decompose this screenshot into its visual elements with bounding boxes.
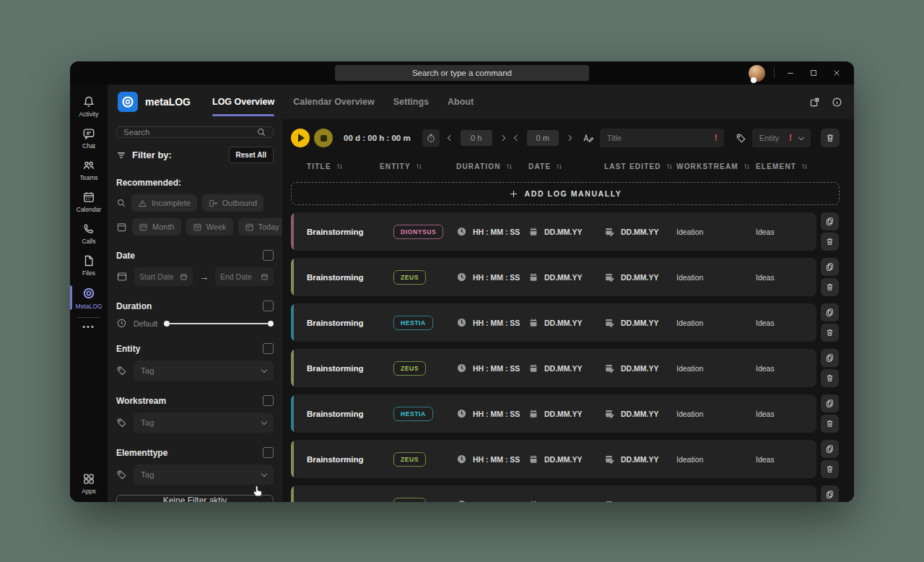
column-header-entity[interactable]: ENTITY bbox=[380, 163, 456, 170]
sort-icon[interactable] bbox=[415, 163, 423, 170]
slider-knob-min[interactable] bbox=[164, 321, 170, 327]
sort-icon[interactable] bbox=[743, 163, 751, 170]
end-date-input[interactable] bbox=[220, 272, 257, 281]
log-row-card[interactable]: Brainstorming HESTIA HH : MM : SS DD.MM.… bbox=[291, 394, 816, 433]
delete-row-button[interactable] bbox=[821, 233, 839, 251]
slider-knob-max[interactable] bbox=[268, 321, 274, 327]
calendar-mini-icon[interactable] bbox=[261, 273, 269, 281]
reset-all-button[interactable]: Reset All bbox=[229, 147, 274, 163]
log-row-card[interactable]: Brainstorming ZEUS HH : MM : SS DD.MM.YY… bbox=[291, 440, 816, 478]
popout-icon[interactable] bbox=[809, 97, 820, 108]
log-row[interactable]: Brainstorming HESTIA HH : MM : SS DD.MM.… bbox=[291, 394, 840, 433]
calendar-mini-icon[interactable] bbox=[180, 273, 188, 281]
command-search-box[interactable]: Search or type a command bbox=[335, 65, 589, 81]
tab-log-overview[interactable]: LOG Overview bbox=[212, 85, 274, 119]
elementtype-filter-checkbox[interactable] bbox=[263, 447, 274, 458]
copy-row-button[interactable] bbox=[821, 394, 839, 412]
chip-incomplete[interactable]: Incomplete bbox=[131, 194, 197, 212]
rail-item-chat[interactable]: Chat bbox=[70, 122, 108, 154]
maximize-button[interactable] bbox=[802, 61, 825, 85]
entity-select[interactable]: Entity ! bbox=[752, 129, 811, 147]
tab-about[interactable]: About bbox=[448, 85, 474, 119]
start-date-input[interactable] bbox=[139, 272, 176, 281]
workstream-filter-checkbox[interactable] bbox=[263, 395, 274, 406]
column-header-duration[interactable]: DURATION bbox=[456, 163, 528, 170]
delete-row-button[interactable] bbox=[821, 460, 839, 478]
column-header-last-edited[interactable]: LAST EDITED bbox=[604, 163, 676, 170]
copy-row-button[interactable] bbox=[821, 485, 839, 502]
rail-item-activity[interactable]: Activity bbox=[70, 90, 108, 122]
avatar[interactable] bbox=[749, 65, 765, 82]
copy-row-button[interactable] bbox=[821, 349, 839, 367]
play-button[interactable] bbox=[291, 129, 310, 147]
hours-increment-button[interactable] bbox=[499, 133, 506, 143]
entity-tag-dropdown[interactable]: Tag bbox=[134, 360, 274, 381]
log-row[interactable]: Brainstorming ZEUS HH : MM : SS DD.MM.YY… bbox=[291, 440, 840, 478]
hours-decrement-button[interactable] bbox=[447, 133, 454, 143]
log-row-card[interactable]: Brainstorming HESTIA HH : MM : SS DD.MM.… bbox=[291, 303, 816, 342]
copy-row-button[interactable] bbox=[821, 440, 839, 458]
log-row[interactable]: Brainstorming ZEUS HH : MM : SS DD.MM.YY… bbox=[291, 349, 840, 387]
column-header-date[interactable]: DATE bbox=[528, 163, 604, 170]
rail-item-calendar[interactable]: Calendar bbox=[70, 186, 108, 217]
sort-icon[interactable] bbox=[555, 163, 563, 170]
column-header-element[interactable]: ELEMENT bbox=[756, 163, 816, 170]
duration-range-slider[interactable] bbox=[164, 319, 274, 329]
delete-row-button[interactable] bbox=[821, 278, 839, 296]
minimize-button[interactable] bbox=[779, 61, 802, 85]
entity-filter-checkbox[interactable] bbox=[263, 343, 274, 354]
copy-row-button[interactable] bbox=[821, 303, 839, 321]
column-header-title[interactable]: TITLE bbox=[291, 163, 380, 170]
minutes-value[interactable]: 0 m bbox=[527, 130, 559, 146]
delete-row-button[interactable] bbox=[821, 324, 839, 342]
log-row-card[interactable]: Brainstorming ZEUS HH : MM : SS DD.MM.YY… bbox=[291, 349, 816, 387]
chip-month[interactable]: Month bbox=[132, 218, 181, 235]
rail-more-button[interactable]: ••• bbox=[70, 321, 108, 332]
chip-outbound[interactable]: Outbound bbox=[202, 194, 263, 212]
elementtype-tag-dropdown[interactable]: Tag bbox=[134, 464, 274, 485]
chip-week[interactable]: Week bbox=[186, 218, 233, 235]
minutes-decrement-button[interactable] bbox=[513, 133, 520, 143]
date-filter-checkbox[interactable] bbox=[263, 250, 274, 261]
column-header-workstream[interactable]: WORKSTREAM bbox=[676, 163, 756, 170]
minutes-increment-button[interactable] bbox=[565, 133, 572, 143]
workstream-tag-dropdown[interactable]: Tag bbox=[134, 412, 274, 433]
rail-item-files[interactable]: Files bbox=[70, 249, 108, 281]
copy-row-button[interactable] bbox=[821, 212, 839, 230]
no-active-filters-button[interactable]: Keine Filter aktiv bbox=[116, 495, 274, 502]
log-row-card[interactable]: Brainstorming ZEUS HH : MM : SS DD.MM.YY… bbox=[291, 258, 816, 296]
filter-search-input[interactable] bbox=[123, 128, 256, 137]
title-input[interactable] bbox=[600, 129, 724, 147]
log-row[interactable]: Brainstorming HESTIA HH : MM : SS DD.MM.… bbox=[291, 303, 840, 342]
log-row[interactable]: Brainstorming ZEUS HH : MM : SS DD.MM.YY… bbox=[291, 485, 840, 502]
chip-today[interactable]: Today bbox=[238, 218, 283, 235]
delete-row-button[interactable] bbox=[821, 369, 839, 387]
log-row[interactable]: Brainstorming DIONYSUS HH : MM : SS DD.M… bbox=[291, 212, 840, 251]
log-row-card[interactable]: Brainstorming ZEUS HH : MM : SS DD.MM.YY… bbox=[291, 485, 816, 502]
hours-value[interactable]: 0 h bbox=[461, 130, 492, 146]
rail-item-metalog[interactable]: MetaLOG bbox=[70, 281, 108, 314]
log-row-card[interactable]: Brainstorming DIONYSUS HH : MM : SS DD.M… bbox=[291, 212, 816, 251]
slider-track[interactable] bbox=[170, 323, 268, 324]
stop-button[interactable] bbox=[314, 129, 333, 147]
chevron-down-icon bbox=[261, 470, 267, 476]
rail-item-apps[interactable]: Apps bbox=[70, 467, 108, 502]
info-icon[interactable] bbox=[832, 97, 842, 108]
close-button[interactable] bbox=[825, 61, 848, 85]
sort-icon[interactable] bbox=[336, 163, 344, 170]
stopwatch-button[interactable] bbox=[422, 129, 440, 147]
sort-icon[interactable] bbox=[801, 163, 808, 170]
log-row[interactable]: Brainstorming ZEUS HH : MM : SS DD.MM.YY… bbox=[291, 258, 840, 296]
tab-settings[interactable]: Settings bbox=[393, 85, 429, 119]
rail-item-calls[interactable]: Calls bbox=[70, 217, 108, 249]
sort-icon[interactable] bbox=[666, 163, 674, 170]
add-log-manually-button[interactable]: ADD LOG MANUALLY bbox=[291, 182, 840, 205]
discard-entry-button[interactable] bbox=[821, 129, 840, 147]
tab-calendar-overview[interactable]: Calendar Overview bbox=[293, 85, 375, 119]
delete-row-button[interactable] bbox=[821, 415, 839, 433]
sort-icon[interactable] bbox=[505, 163, 513, 170]
duration-filter-checkbox[interactable] bbox=[263, 301, 274, 311]
search-icon[interactable] bbox=[256, 127, 266, 137]
copy-row-button[interactable] bbox=[821, 258, 839, 276]
rail-item-teams[interactable]: Teams bbox=[70, 154, 108, 186]
